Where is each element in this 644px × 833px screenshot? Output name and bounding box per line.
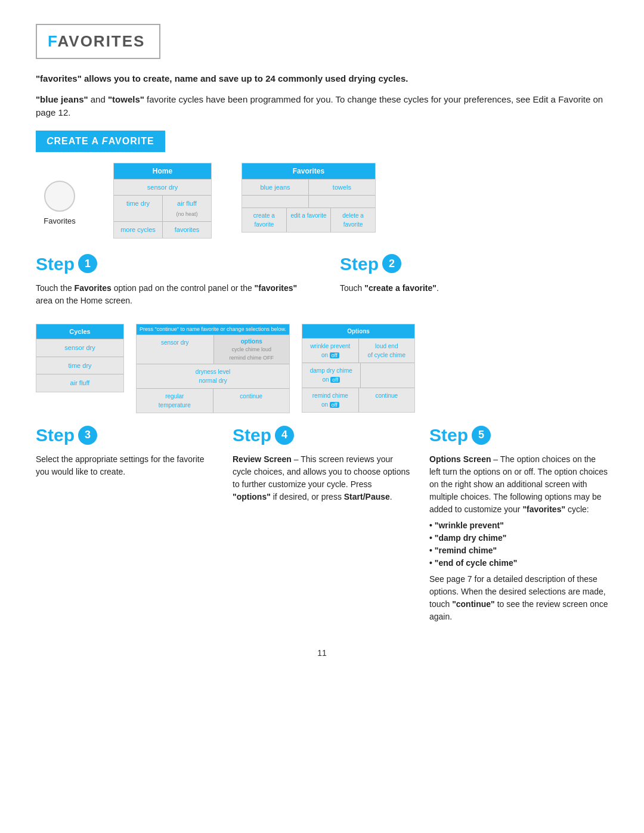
options-cell-continue: continue [359,388,415,413]
step5-title: Step 5 [429,422,608,448]
step1-text: Touch the Favorites option pad on the co… [36,282,304,307]
review-cell-sensordry: sensor dry [137,335,214,364]
review-screen-row2: dryness levelnormal dry [137,364,289,388]
fav-cell-towels: towels [309,179,375,196]
step4-title: Step 4 [233,422,411,448]
home-screen-row2: time dry air fluff (no heat) [114,195,211,221]
bullet-2: • "damp dry chime" [429,532,608,544]
fav-cell-bluejeans: blue jeans [242,179,309,196]
step4-text: Review Screen – This screen reviews your… [233,453,411,503]
step2-block: Step 2 Touch "create a favorite". [340,250,608,307]
fav-screen-row2 [242,195,375,208]
step2-word: Step [340,250,379,277]
step3-title: Step 3 [36,422,215,448]
options-cell-empty [361,363,415,388]
cycles-row-3: air fluff [36,374,123,392]
home-cell-timedry: time dry [114,196,163,221]
step4-num-circle: 4 [275,426,294,445]
fav-screen-row1: blue jeans towels [242,179,375,196]
step2-text: Touch "create a favorite". [340,282,608,295]
review-cell-options: options cycle chime loud remind chime OF… [214,335,290,364]
step5-word: Step [429,422,468,448]
step5-block: Step 5 Options Screen – The option choic… [429,422,608,623]
step1-word: Step [36,250,75,277]
cycles-row-1: sensor dry [36,339,123,357]
options-row3: remind chimeon off continue [302,388,414,413]
step4-word: Step [233,422,271,448]
fav-cell-empty1 [242,196,309,208]
review-cell-continue: continue [213,389,290,413]
steps-row-1-2: Step 1 Touch the Favorites option pad on… [36,250,608,307]
review-screen-header-note: Press "continue" to name favorite or cha… [137,324,289,335]
bullet-4: • "end of cycle chime" [429,557,608,569]
fav-icon-area: Favorites [36,181,83,227]
options-row1: wrinkle preventon off loud endof cycle c… [302,338,414,363]
step4-block: Step 4 Review Screen – This screen revie… [233,422,411,503]
fav-cell-create: create a favorite [242,208,287,232]
step3-word: Step [36,422,75,448]
intro-paragraph-2: "blue jeans" and "towels" favorite cycle… [36,93,608,120]
options-header: Options [302,324,414,338]
step1-num-circle: 1 [78,254,97,273]
section-heading: CREATE A FAVORITE [36,131,165,152]
cycles-header: Cycles [36,324,123,339]
step1-title: Step 1 [36,250,304,277]
page-title-box: FAVORITES [36,24,160,59]
review-cell-temp: regulartemperature [137,389,213,413]
step5-text: Options Screen – The option choices on t… [429,453,608,516]
step3-block: Step 3 Select the appropriate settings f… [36,422,215,478]
fav-screen-row3: create a favorite edit a favorite delete… [242,208,375,232]
fav-label: Favorites [44,215,75,227]
step5-bullets: • "wrinkle prevent" • "damp dry chime" •… [429,519,608,569]
home-screen-mock: Home sensor dry time dry air fluff (no h… [113,163,212,239]
fav-circle [44,181,75,212]
step2-title: Step 2 [340,250,608,277]
options-cell-remind: remind chimeon off [302,388,359,413]
home-screen-row1: sensor dry [114,179,211,196]
favorites-screen-mock: Favorites blue jeans towels create a fav… [242,163,376,233]
home-screen-header: Home [114,163,211,179]
fav-cell-edit: edit a favorite [287,208,332,232]
fav-cell-empty2 [309,196,375,208]
home-cell-morecycles: more cycles [114,222,163,238]
create-fav-row: Favorites Home sensor dry time dry air f… [36,163,608,239]
review-cell-dryness: dryness levelnormal dry [137,364,289,388]
home-cell-airfluff: air fluff (no heat) [163,196,211,221]
step1-block: Step 1 Touch the Favorites option pad on… [36,250,304,307]
review-screen-row3: regulartemperature continue [137,388,289,413]
options-cell-dampdry: damp dry chimeon off [302,363,361,388]
bullet-3: • "remind chime" [429,544,608,557]
intro-paragraph-1: "favorites" allows you to create, name a… [36,72,608,86]
step3-text: Select the appropriate settings for the … [36,453,215,478]
cycles-row-2: time dry [36,357,123,374]
screens-row-2: Cycles sensor dry time dry air fluff Pre… [36,324,608,414]
options-screen-mock: Options wrinkle preventon off loud endof… [302,324,415,413]
cycles-screen-mock: Cycles sensor dry time dry air fluff [36,324,124,392]
steps-row-3-4-5: Step 3 Select the appropriate settings f… [36,422,608,623]
options-cell-wrinkle: wrinkle preventon off [302,339,359,363]
options-cell-loudend: loud endof cycle chime [359,339,415,363]
step2-num-circle: 2 [382,254,401,273]
bullet-1: • "wrinkle prevent" [429,519,608,532]
page-number: 11 [36,647,608,659]
home-screen-row3: more cycles favorites [114,221,211,238]
step5-num-circle: 5 [472,426,491,445]
fav-screen-header: Favorites [242,163,375,179]
options-row2: damp dry chimeon off [302,363,414,388]
page-title: FAVORITES [48,32,145,50]
step5-text2: See page 7 for a detailed description of… [429,573,608,623]
home-cell-favorites: favorites [163,222,211,238]
review-screen-mock: Press "continue" to name favorite or cha… [136,324,290,414]
step3-num-circle: 3 [78,426,97,445]
review-screen-row1: sensor dry options cycle chime loud remi… [137,335,289,364]
fav-cell-delete: delete a favorite [331,208,375,232]
